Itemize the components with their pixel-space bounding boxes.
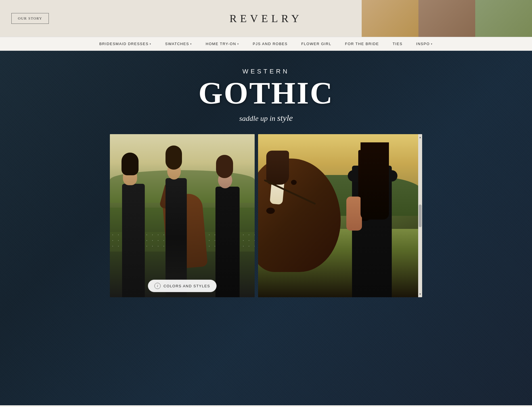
info-symbol: i — [157, 284, 158, 288]
site-logo: REVELRY — [229, 12, 302, 25]
colors-badge-container: i COLORS AND STYLES — [148, 280, 217, 292]
nav-pjs-robes[interactable]: PJS AND ROBES — [253, 42, 288, 46]
nav-bridesmaid-dresses[interactable]: BRIDESMAID DRESSES ▾ — [99, 42, 152, 46]
nav-swatches[interactable]: SWATCHES ▾ — [165, 42, 192, 46]
tagline-italic: style — [277, 113, 293, 123]
nav-label: HOME TRY-ON — [206, 42, 236, 46]
nav-flower-girl[interactable]: FLOWER GIRL — [301, 42, 331, 46]
image-panel-right: ▲ ▼ — [258, 134, 422, 297]
scrollbar-thumb[interactable] — [419, 204, 422, 227]
strip-3 — [475, 0, 532, 37]
nav-inspo[interactable]: INSPO ▾ — [416, 42, 433, 46]
nav-for-the-bride[interactable]: FOR THE BRIDE — [345, 42, 379, 46]
top-strips — [362, 0, 532, 37]
nav-label: SWATCHES — [165, 42, 189, 46]
strip-1 — [362, 0, 418, 37]
scroll-down-icon: ▼ — [419, 293, 422, 296]
scrollbar-track: ▲ ▼ — [418, 134, 422, 297]
info-icon: i — [154, 283, 161, 289]
hero-images-row: i COLORS AND STYLES — [110, 134, 422, 297]
chevron-down-icon: ▾ — [150, 43, 152, 45]
scroll-up-icon: ▲ — [419, 136, 422, 139]
our-story-button[interactable]: OUR STORY — [11, 13, 49, 24]
scroll-up-button[interactable]: ▲ — [418, 135, 422, 140]
top-banner: OUR STORY REVELRY shop floral prints ♡ — [0, 0, 532, 37]
hero-text-block: WESTERN GOTHIC saddle up in style — [198, 51, 334, 134]
nav-ties[interactable]: TIES — [393, 42, 403, 46]
image-panel-left: i COLORS AND STYLES — [110, 134, 255, 297]
tagline-prefix: saddle up in — [239, 114, 277, 123]
nav-label: PJS AND ROBES — [253, 42, 288, 46]
main-nav: BRIDESMAID DRESSES ▾ SWATCHES ▾ HOME TRY… — [0, 37, 532, 51]
strip-2 — [418, 0, 475, 37]
hero-subtitle: WESTERN — [198, 68, 334, 75]
nav-home-try-on[interactable]: HOME TRY-ON ▾ — [206, 42, 239, 46]
hero-tagline: saddle up in style — [198, 113, 334, 123]
nav-label: FOR THE BRIDE — [345, 42, 379, 46]
chevron-down-icon: ▾ — [431, 43, 433, 45]
banner-left: OUR STORY — [11, 13, 49, 24]
colors-and-styles-badge[interactable]: i COLORS AND STYLES — [148, 280, 217, 292]
chevron-down-icon: ▾ — [190, 43, 192, 45]
nav-label: INSPO — [416, 42, 430, 46]
colors-badge-label: COLORS AND STYLES — [164, 284, 210, 288]
hero-title: GOTHIC — [198, 77, 334, 109]
hero-section: WESTERN GOTHIC saddle up in style — [0, 51, 532, 405]
chevron-down-icon: ▾ — [237, 43, 239, 45]
nav-label: FLOWER GIRL — [301, 42, 331, 46]
scroll-down-button[interactable]: ▼ — [418, 292, 422, 297]
nav-label: BRIDESMAID DRESSES — [99, 42, 149, 46]
nav-label: TIES — [393, 42, 403, 46]
